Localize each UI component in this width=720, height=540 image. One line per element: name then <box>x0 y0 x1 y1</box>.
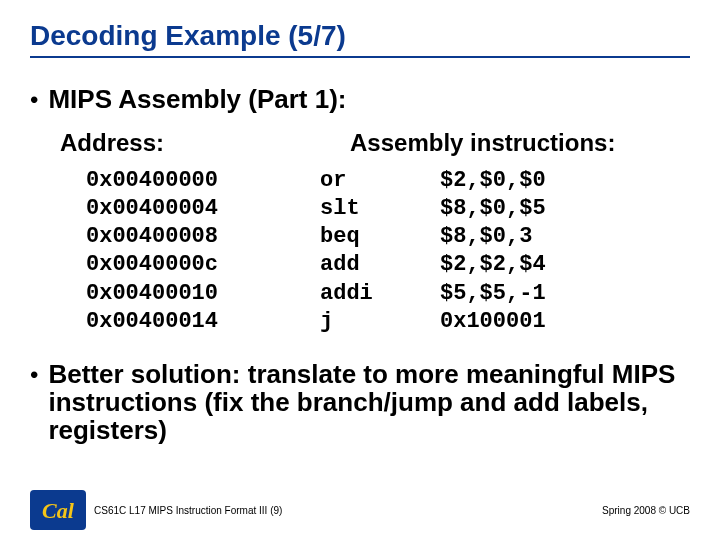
table-row: $5,$5,-1 <box>440 280 690 308</box>
table-row: $2,$2,$4 <box>440 251 690 279</box>
table-row: or <box>320 167 440 195</box>
table-row: j <box>320 308 440 336</box>
footer-right: Spring 2008 © UCB <box>602 505 690 516</box>
assembly-header: Assembly instructions: <box>350 129 690 157</box>
bullet-dot-icon: • <box>30 363 38 387</box>
table-row: $8,$0,3 <box>440 223 690 251</box>
mnemonic-column: or slt beq add addi j <box>320 167 440 336</box>
svg-text:Cal: Cal <box>42 498 75 523</box>
slide-title: Decoding Example (5/7) <box>30 20 690 52</box>
table-row: slt <box>320 195 440 223</box>
table-row: $8,$0,$5 <box>440 195 690 223</box>
cal-logo-icon: Cal <box>30 490 86 530</box>
bullet-main-text: MIPS Assembly (Part 1): <box>48 84 346 115</box>
instruction-table: 0x00400000 0x00400004 0x00400008 0x00400… <box>30 167 690 336</box>
address-column: 0x00400000 0x00400004 0x00400008 0x00400… <box>86 167 320 336</box>
table-row: 0x00400010 <box>86 280 320 308</box>
table-row: 0x00400008 <box>86 223 320 251</box>
args-column: $2,$0,$0 $8,$0,$5 $8,$0,3 $2,$2,$4 $5,$5… <box>440 167 690 336</box>
table-row: 0x00400000 <box>86 167 320 195</box>
table-row: add <box>320 251 440 279</box>
bullet-secondary-text: Better solution: translate to more meani… <box>48 360 690 444</box>
footer: Cal CS61C L17 MIPS Instruction Format II… <box>0 490 720 530</box>
table-row: $2,$0,$0 <box>440 167 690 195</box>
bullet-secondary: • Better solution: translate to more mea… <box>30 360 690 444</box>
footer-left: CS61C L17 MIPS Instruction Format III (9… <box>94 505 282 516</box>
address-header: Address: <box>60 129 350 157</box>
table-row: 0x00400014 <box>86 308 320 336</box>
table-row: 0x00400004 <box>86 195 320 223</box>
table-row: 0x0040000c <box>86 251 320 279</box>
table-row: addi <box>320 280 440 308</box>
table-row: beq <box>320 223 440 251</box>
bullet-dot-icon: • <box>30 88 38 112</box>
table-row: 0x100001 <box>440 308 690 336</box>
bullet-main: • MIPS Assembly (Part 1): <box>30 84 690 115</box>
